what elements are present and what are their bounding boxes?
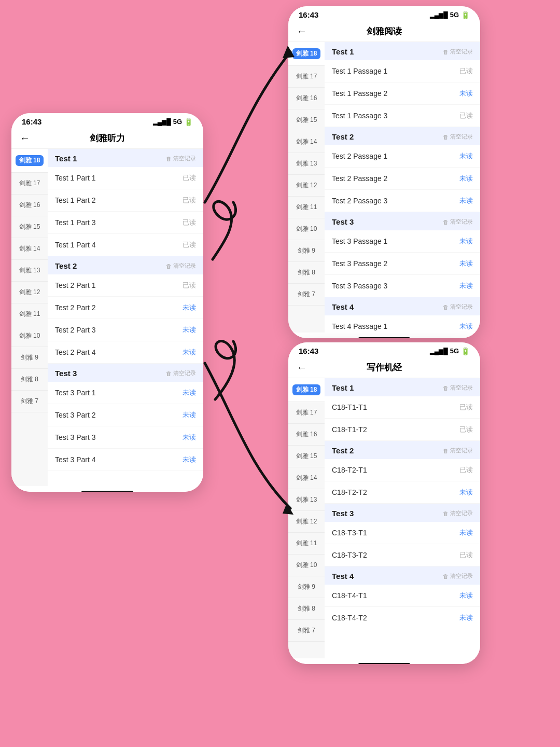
sidebar-item-3-13[interactable]: 剑雅 13: [288, 489, 325, 511]
sidebar-item-2-11[interactable]: 剑雅 11: [288, 197, 325, 218]
list-row[interactable]: Test 2 Passage 1 未读: [325, 145, 480, 168]
sidebar-item-3-18[interactable]: 剑雅 18: [288, 378, 325, 402]
sidebar-item-1-11[interactable]: 剑雅 11: [11, 303, 48, 325]
sidebar-item-3-16[interactable]: 剑雅 16: [288, 424, 325, 446]
sidebar-item-1-14[interactable]: 剑雅 14: [11, 238, 48, 260]
sidebar-item-3-12[interactable]: 剑雅 12: [288, 511, 325, 533]
phone-reading: 16:43 ▂▄▆█ 5G 🔋 ← 剑雅阅读 剑雅 18 剑雅 17 剑雅 16…: [288, 6, 480, 338]
clear-btn-2-1[interactable]: 🗑 清空记录: [443, 48, 473, 56]
sidebar-item-2-9[interactable]: 剑雅 9: [288, 240, 325, 262]
list-row[interactable]: Test 1 Part 4 已读: [48, 234, 203, 256]
sidebar-item-3-15[interactable]: 剑雅 15: [288, 446, 325, 467]
sidebar-item-3-8[interactable]: 剑雅 8: [288, 598, 325, 620]
status-icons-2: ▂▄▆█ 5G 🔋: [430, 11, 470, 19]
list-row[interactable]: C18-T4-T2 未读: [325, 607, 480, 629]
sidebar-item-2-15[interactable]: 剑雅 15: [288, 109, 325, 131]
status-bar-1: 16:43 ▂▄▆█ 5G 🔋: [11, 113, 203, 128]
clear-btn-3-1[interactable]: 🗑 清空记录: [443, 384, 473, 392]
sidebar-item-2-18[interactable]: 剑雅 18: [288, 42, 325, 66]
status-icons-1: ▂▄▆█ 5G 🔋: [153, 118, 193, 126]
sidebar-1: 剑雅 18 剑雅 17 剑雅 16 剑雅 15 剑雅 14 剑雅 13 剑雅 1…: [11, 149, 48, 486]
list-row[interactable]: Test 4 Passage 1 未读: [325, 315, 480, 333]
section-title-3-4: Test 4: [332, 572, 354, 580]
sidebar-item-3-17[interactable]: 剑雅 17: [288, 402, 325, 424]
list-row[interactable]: Test 2 Part 3 未读: [48, 319, 203, 341]
sidebar-item-1-18[interactable]: 剑雅 18: [11, 149, 48, 173]
list-row[interactable]: Test 1 Passage 2 未读: [325, 82, 480, 105]
battery-icon-3: 🔋: [461, 347, 470, 355]
back-button-1[interactable]: ←: [20, 132, 30, 144]
list-row[interactable]: Test 2 Part 1 已读: [48, 274, 203, 297]
sidebar-item-3-10[interactable]: 剑雅 10: [288, 555, 325, 576]
sidebar-item-1-12[interactable]: 剑雅 12: [11, 282, 48, 303]
list-row[interactable]: Test 1 Part 3 已读: [48, 212, 203, 234]
clear-btn-3-4[interactable]: 🗑 清空记录: [443, 572, 473, 580]
sidebar-item-1-7[interactable]: 剑雅 7: [11, 391, 48, 412]
list-row[interactable]: C18-T2-T2 未读: [325, 481, 480, 504]
sidebar-item-3-11[interactable]: 剑雅 11: [288, 533, 325, 555]
section-header-1-1: Test 1 🗑 清空记录: [48, 149, 203, 167]
sidebar-item-3-14[interactable]: 剑雅 14: [288, 467, 325, 489]
sidebar-item-1-15[interactable]: 剑雅 15: [11, 216, 48, 238]
clear-btn-2-2[interactable]: 🗑 清空记录: [443, 133, 473, 141]
section-header-2-3: Test 3 🗑 清空记录: [325, 212, 480, 230]
page-title-2: 剑雅阅读: [367, 25, 402, 37]
clear-btn-1-3[interactable]: 🗑 清空记录: [166, 369, 196, 377]
clear-btn-1-1[interactable]: 🗑 清空记录: [166, 155, 196, 162]
sidebar-item-2-10[interactable]: 剑雅 10: [288, 218, 325, 240]
list-row[interactable]: Test 1 Passage 3 已读: [325, 105, 480, 127]
list-row[interactable]: C18-T4-T1 未读: [325, 585, 480, 607]
section-header-1-2: Test 2 🗑 清空记录: [48, 256, 203, 274]
clear-btn-3-2[interactable]: 🗑 清空记录: [443, 447, 473, 454]
back-button-3[interactable]: ←: [297, 362, 307, 374]
list-row[interactable]: C18-T2-T1 已读: [325, 459, 480, 481]
sidebar-item-2-12[interactable]: 剑雅 12: [288, 175, 325, 197]
list-row[interactable]: Test 3 Passage 1 未读: [325, 230, 480, 253]
list-row[interactable]: Test 1 Part 2 已读: [48, 189, 203, 212]
list-row[interactable]: Test 2 Part 4 未读: [48, 341, 203, 364]
main-list-1: Test 1 🗑 清空记录 Test 1 Part 1 已读 Test 1 Pa…: [48, 149, 203, 486]
sidebar-item-2-17[interactable]: 剑雅 17: [288, 66, 325, 88]
clear-btn-2-4[interactable]: 🗑 清空记录: [443, 303, 473, 311]
list-row[interactable]: Test 3 Part 2 未读: [48, 404, 203, 426]
sidebar-item-3-9[interactable]: 剑雅 9: [288, 576, 325, 598]
clear-btn-3-3[interactable]: 🗑 清空记录: [443, 509, 473, 517]
section-title-3-3: Test 3: [332, 509, 354, 518]
list-row[interactable]: Test 1 Passage 1 已读: [325, 60, 480, 82]
sidebar-item-1-17[interactable]: 剑雅 17: [11, 173, 48, 195]
sidebar-item-1-8[interactable]: 剑雅 8: [11, 369, 48, 391]
list-row[interactable]: Test 2 Passage 3 未读: [325, 190, 480, 212]
list-row[interactable]: C18-T3-T1 未读: [325, 522, 480, 544]
list-row[interactable]: Test 3 Part 4 未读: [48, 449, 203, 471]
battery-icon-2: 🔋: [461, 11, 470, 19]
list-row[interactable]: Test 3 Passage 3 未读: [325, 275, 480, 297]
sidebar-item-1-10[interactable]: 剑雅 10: [11, 325, 48, 347]
list-row[interactable]: Test 2 Passage 2 未读: [325, 168, 480, 190]
list-row[interactable]: Test 2 Part 2 未读: [48, 297, 203, 319]
bottom-bar-2: [358, 337, 410, 339]
signal-label-3: 5G: [450, 347, 459, 355]
list-row[interactable]: Test 3 Part 1 未读: [48, 382, 203, 404]
sidebar-item-2-8[interactable]: 剑雅 8: [288, 262, 325, 284]
clear-btn-1-2[interactable]: 🗑 清空记录: [166, 262, 196, 270]
sidebar-item-2-16[interactable]: 剑雅 16: [288, 88, 325, 109]
list-row[interactable]: C18-T1-T2 已读: [325, 419, 480, 441]
status-icons-3: ▂▄▆█ 5G 🔋: [430, 347, 470, 355]
list-row[interactable]: C18-T3-T2 已读: [325, 544, 480, 566]
sidebar-item-1-13[interactable]: 剑雅 13: [11, 260, 48, 282]
sidebar-item-1-16[interactable]: 剑雅 16: [11, 195, 48, 216]
sidebar-item-2-7[interactable]: 剑雅 7: [288, 284, 325, 306]
sidebar-item-3-7[interactable]: 剑雅 7: [288, 620, 325, 642]
list-row[interactable]: Test 1 Part 1 已读: [48, 167, 203, 189]
section-header-2-1: Test 1 🗑 清空记录: [325, 42, 480, 60]
status-bar-2: 16:43 ▂▄▆█ 5G 🔋: [288, 6, 480, 21]
sidebar-item-2-13[interactable]: 剑雅 13: [288, 153, 325, 175]
list-row[interactable]: C18-T1-T1 已读: [325, 396, 480, 419]
list-row[interactable]: Test 3 Passage 2 未读: [325, 253, 480, 275]
clear-btn-2-3[interactable]: 🗑 清空记录: [443, 218, 473, 226]
back-button-2[interactable]: ←: [297, 25, 307, 37]
list-row[interactable]: Test 3 Part 3 未读: [48, 426, 203, 449]
sidebar-item-2-14[interactable]: 剑雅 14: [288, 131, 325, 153]
section-title-3-1: Test 1: [332, 383, 354, 392]
sidebar-item-1-9[interactable]: 剑雅 9: [11, 347, 48, 369]
